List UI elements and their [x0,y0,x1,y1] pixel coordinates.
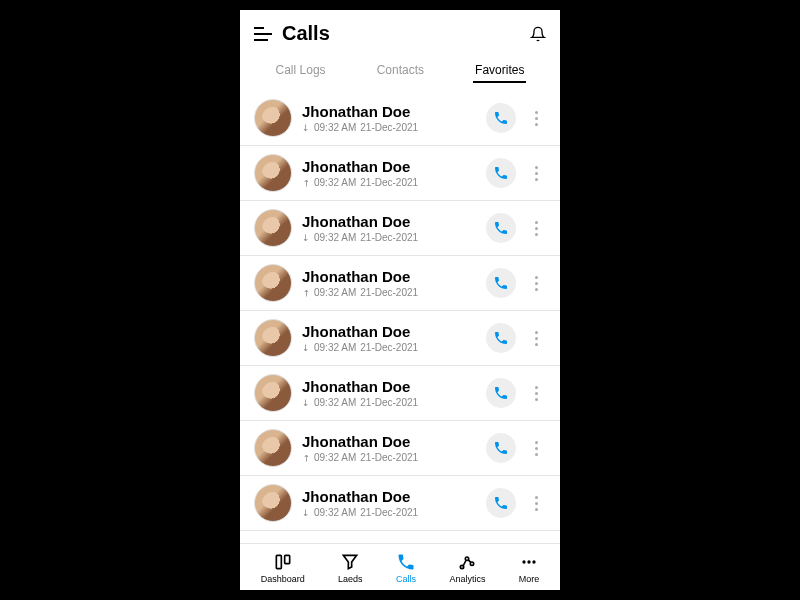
contact-name: Jhonathan Doe [302,103,476,120]
phone-icon [493,220,509,236]
leads-icon [340,552,360,572]
call-info: Jhonathan Doe ↘ 09:32 AM 21-Dec-2021 [302,378,476,408]
call-meta: ↘ 09:32 AM 21-Dec-2021 [302,232,476,243]
call-date: 21-Dec-2021 [360,177,418,188]
call-button[interactable] [486,378,516,408]
nav-label: Dashboard [261,574,305,584]
phone-icon [493,165,509,181]
call-meta: ↘ 09:32 AM 21-Dec-2021 [302,122,476,133]
phone-icon [493,330,509,346]
phone-icon [493,385,509,401]
avatar [254,429,292,467]
call-row[interactable]: Jhonathan Doe ↘ 09:32 AM 21-Dec-2021 [240,476,560,531]
call-meta: ↘ 09:32 AM 21-Dec-2021 [302,177,476,188]
svg-point-7 [532,560,535,563]
call-button[interactable] [486,268,516,298]
more-options-button[interactable] [526,221,546,236]
more-options-button[interactable] [526,111,546,126]
bottom-nav: DashboardLaedsCallsAnalyticsMore [240,543,560,590]
avatar [254,99,292,137]
phone-frame: Calls Call LogsContactsFavorites Jhonath… [240,10,560,590]
call-meta: ↘ 09:32 AM 21-Dec-2021 [302,452,476,463]
call-meta: ↘ 09:32 AM 21-Dec-2021 [302,342,476,353]
more-options-button[interactable] [526,441,546,456]
call-time: 09:32 AM [314,452,356,463]
avatar [254,484,292,522]
phone-icon [493,110,509,126]
nav-laeds[interactable]: Laeds [338,552,363,584]
more-options-button[interactable] [526,166,546,181]
call-button[interactable] [486,213,516,243]
call-meta: ↘ 09:32 AM 21-Dec-2021 [302,397,476,408]
call-meta: ↘ 09:32 AM 21-Dec-2021 [302,287,476,298]
incoming-arrow-icon: ↘ [300,231,313,244]
call-time: 09:32 AM [314,122,356,133]
nav-calls[interactable]: Calls [396,552,416,584]
bell-icon[interactable] [530,26,546,42]
call-info: Jhonathan Doe ↘ 09:32 AM 21-Dec-2021 [302,268,476,298]
call-list[interactable]: Jhonathan Doe ↘ 09:32 AM 21-Dec-2021 Jho… [240,91,560,543]
more-options-button[interactable] [526,331,546,346]
more-options-button[interactable] [526,496,546,511]
nav-dashboard[interactable]: Dashboard [261,552,305,584]
call-date: 21-Dec-2021 [360,452,418,463]
more-icon [519,552,539,572]
phone-icon [493,495,509,511]
avatar [254,154,292,192]
nav-analytics[interactable]: Analytics [449,552,485,584]
call-date: 21-Dec-2021 [360,122,418,133]
call-row[interactable]: Jhonathan Doe ↘ 09:32 AM 21-Dec-2021 [240,201,560,256]
call-info: Jhonathan Doe ↘ 09:32 AM 21-Dec-2021 [302,323,476,353]
tab-call-logs[interactable]: Call Logs [274,59,328,83]
menu-icon[interactable] [254,27,272,41]
nav-label: Laeds [338,574,363,584]
nav-label: Analytics [449,574,485,584]
call-date: 21-Dec-2021 [360,342,418,353]
call-time: 09:32 AM [314,507,356,518]
tab-contacts[interactable]: Contacts [375,59,426,83]
contact-name: Jhonathan Doe [302,323,476,340]
svg-point-4 [471,562,474,565]
svg-point-2 [461,565,464,568]
call-button[interactable] [486,433,516,463]
incoming-arrow-icon: ↘ [300,396,313,409]
call-row[interactable]: Jhonathan Doe ↘ 09:32 AM 21-Dec-2021 [240,146,560,201]
call-time: 09:32 AM [314,287,356,298]
call-row[interactable]: Jhonathan Doe ↘ 09:32 AM 21-Dec-2021 [240,421,560,476]
call-info: Jhonathan Doe ↘ 09:32 AM 21-Dec-2021 [302,213,476,243]
call-row[interactable]: Jhonathan Doe ↘ 09:32 AM 21-Dec-2021 [240,256,560,311]
avatar [254,264,292,302]
more-options-button[interactable] [526,276,546,291]
call-info: Jhonathan Doe ↘ 09:32 AM 21-Dec-2021 [302,488,476,518]
more-options-button[interactable] [526,386,546,401]
call-button[interactable] [486,158,516,188]
call-row[interactable]: Jhonathan Doe ↘ 09:32 AM 21-Dec-2021 [240,91,560,146]
incoming-arrow-icon: ↘ [300,341,313,354]
nav-label: More [519,574,540,584]
call-button[interactable] [486,323,516,353]
contact-name: Jhonathan Doe [302,213,476,230]
svg-point-3 [466,557,469,560]
svg-rect-1 [284,555,289,563]
contact-name: Jhonathan Doe [302,158,476,175]
nav-label: Calls [396,574,416,584]
call-date: 21-Dec-2021 [360,397,418,408]
avatar [254,374,292,412]
outgoing-arrow-icon: ↘ [300,451,313,464]
call-row[interactable]: Jhonathan Doe ↘ 09:32 AM 21-Dec-2021 [240,311,560,366]
page-title: Calls [282,22,520,45]
tabs: Call LogsContactsFavorites [240,53,560,91]
call-button[interactable] [486,488,516,518]
call-time: 09:32 AM [314,342,356,353]
call-time: 09:32 AM [314,232,356,243]
call-meta: ↘ 09:32 AM 21-Dec-2021 [302,507,476,518]
call-time: 09:32 AM [314,397,356,408]
phone-icon [493,440,509,456]
nav-more[interactable]: More [519,552,540,584]
tab-favorites[interactable]: Favorites [473,59,526,83]
call-button[interactable] [486,103,516,133]
call-info: Jhonathan Doe ↘ 09:32 AM 21-Dec-2021 [302,103,476,133]
contact-name: Jhonathan Doe [302,433,476,450]
svg-rect-0 [276,555,281,568]
call-row[interactable]: Jhonathan Doe ↘ 09:32 AM 21-Dec-2021 [240,366,560,421]
